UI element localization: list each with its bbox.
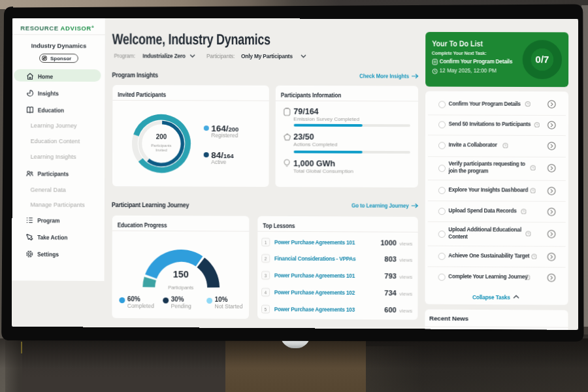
svg-text:200: 200	[156, 133, 167, 140]
svg-text:?: ?	[532, 166, 534, 170]
svg-text:?: ?	[504, 144, 506, 148]
svg-text:?: ?	[536, 123, 538, 127]
svg-text:?: ?	[527, 232, 529, 236]
svg-text:Invited: Invited	[155, 148, 167, 152]
svg-text:0/7: 0/7	[535, 55, 549, 65]
svg-text:?: ?	[523, 210, 525, 214]
svg-text:?: ?	[533, 255, 535, 259]
svg-text:?: ?	[527, 102, 529, 106]
svg-text:Participants: Participants	[152, 144, 172, 148]
svg-text:?: ?	[532, 189, 534, 193]
svg-text:?: ?	[527, 275, 529, 279]
